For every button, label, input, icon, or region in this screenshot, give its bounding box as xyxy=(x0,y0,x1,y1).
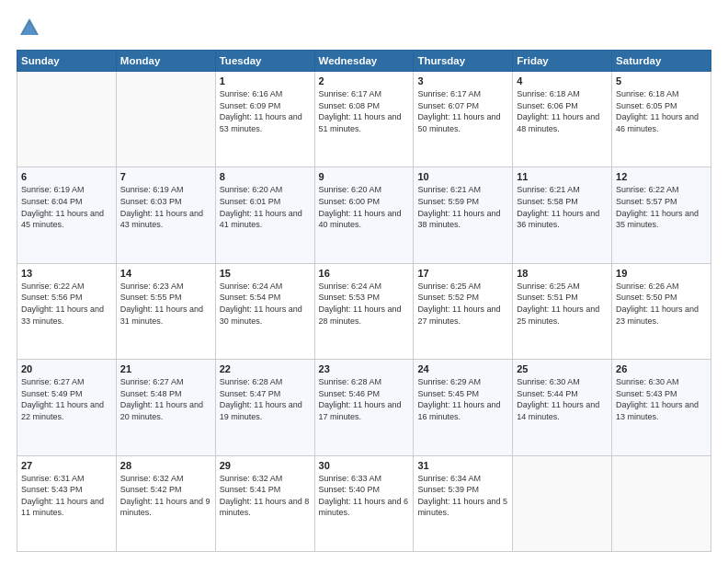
day-number: 7 xyxy=(120,171,211,182)
day-info: Sunrise: 6:24 AM Sunset: 5:53 PM Dayligh… xyxy=(319,281,410,327)
day-cell: 21Sunrise: 6:27 AM Sunset: 5:48 PM Dayli… xyxy=(116,360,215,455)
logo xyxy=(17,15,46,40)
day-cell xyxy=(17,72,117,167)
week-row-3: 13Sunrise: 6:22 AM Sunset: 5:56 PM Dayli… xyxy=(17,263,711,359)
day-number: 22 xyxy=(220,363,311,374)
day-info: Sunrise: 6:21 AM Sunset: 5:59 PM Dayligh… xyxy=(417,184,508,230)
day-cell: 7Sunrise: 6:19 AM Sunset: 6:03 PM Daylig… xyxy=(116,167,215,263)
day-info: Sunrise: 6:18 AM Sunset: 6:06 PM Dayligh… xyxy=(517,88,608,134)
day-info: Sunrise: 6:17 AM Sunset: 6:08 PM Dayligh… xyxy=(319,88,410,134)
day-number: 20 xyxy=(21,363,112,374)
day-number: 12 xyxy=(616,171,707,182)
day-number: 5 xyxy=(616,75,707,86)
day-info: Sunrise: 6:20 AM Sunset: 6:01 PM Dayligh… xyxy=(220,184,311,230)
day-info: Sunrise: 6:25 AM Sunset: 5:52 PM Dayligh… xyxy=(417,281,508,327)
day-info: Sunrise: 6:28 AM Sunset: 5:46 PM Dayligh… xyxy=(319,376,410,422)
weekday-tuesday: Tuesday xyxy=(215,51,314,72)
weekday-saturday: Saturday xyxy=(612,51,711,72)
day-cell: 25Sunrise: 6:30 AM Sunset: 5:44 PM Dayli… xyxy=(513,360,612,455)
weekday-friday: Friday xyxy=(513,51,612,72)
header xyxy=(17,15,711,40)
day-info: Sunrise: 6:32 AM Sunset: 5:41 PM Dayligh… xyxy=(220,473,311,519)
day-cell: 15Sunrise: 6:24 AM Sunset: 5:54 PM Dayli… xyxy=(215,263,314,359)
week-row-2: 6Sunrise: 6:19 AM Sunset: 6:04 PM Daylig… xyxy=(17,167,711,263)
weekday-header-row: SundayMondayTuesdayWednesdayThursdayFrid… xyxy=(17,51,711,72)
day-cell xyxy=(116,72,215,167)
day-info: Sunrise: 6:27 AM Sunset: 5:49 PM Dayligh… xyxy=(21,376,112,422)
day-number: 9 xyxy=(319,171,410,182)
day-number: 15 xyxy=(220,268,311,279)
day-info: Sunrise: 6:16 AM Sunset: 6:09 PM Dayligh… xyxy=(220,88,311,134)
day-number: 10 xyxy=(417,171,508,182)
day-cell xyxy=(612,455,711,551)
day-cell: 11Sunrise: 6:21 AM Sunset: 5:58 PM Dayli… xyxy=(513,167,612,263)
day-cell: 9Sunrise: 6:20 AM Sunset: 6:00 PM Daylig… xyxy=(314,167,414,263)
day-cell: 8Sunrise: 6:20 AM Sunset: 6:01 PM Daylig… xyxy=(215,167,314,263)
day-info: Sunrise: 6:31 AM Sunset: 5:43 PM Dayligh… xyxy=(21,473,112,519)
logo-icon xyxy=(17,15,42,40)
day-info: Sunrise: 6:32 AM Sunset: 5:42 PM Dayligh… xyxy=(120,473,211,519)
day-number: 13 xyxy=(21,268,112,279)
day-number: 6 xyxy=(21,171,112,182)
day-cell: 18Sunrise: 6:25 AM Sunset: 5:51 PM Dayli… xyxy=(513,263,612,359)
week-row-4: 20Sunrise: 6:27 AM Sunset: 5:49 PM Dayli… xyxy=(17,360,711,455)
day-number: 3 xyxy=(417,75,508,86)
day-cell: 17Sunrise: 6:25 AM Sunset: 5:52 PM Dayli… xyxy=(414,263,513,359)
day-cell: 20Sunrise: 6:27 AM Sunset: 5:49 PM Dayli… xyxy=(17,360,117,455)
day-info: Sunrise: 6:18 AM Sunset: 6:05 PM Dayligh… xyxy=(616,88,707,134)
weekday-wednesday: Wednesday xyxy=(314,51,414,72)
day-number: 2 xyxy=(319,75,410,86)
day-info: Sunrise: 6:24 AM Sunset: 5:54 PM Dayligh… xyxy=(220,281,311,327)
day-cell: 6Sunrise: 6:19 AM Sunset: 6:04 PM Daylig… xyxy=(17,167,117,263)
day-info: Sunrise: 6:27 AM Sunset: 5:48 PM Dayligh… xyxy=(120,376,211,422)
day-cell: 29Sunrise: 6:32 AM Sunset: 5:41 PM Dayli… xyxy=(215,455,314,551)
day-info: Sunrise: 6:23 AM Sunset: 5:55 PM Dayligh… xyxy=(120,281,211,327)
day-info: Sunrise: 6:22 AM Sunset: 5:57 PM Dayligh… xyxy=(616,184,707,230)
day-cell: 14Sunrise: 6:23 AM Sunset: 5:55 PM Dayli… xyxy=(116,263,215,359)
day-cell xyxy=(513,455,612,551)
day-info: Sunrise: 6:19 AM Sunset: 6:04 PM Dayligh… xyxy=(21,184,112,230)
day-cell: 5Sunrise: 6:18 AM Sunset: 6:05 PM Daylig… xyxy=(612,72,711,167)
day-number: 31 xyxy=(417,460,508,471)
week-row-1: 1Sunrise: 6:16 AM Sunset: 6:09 PM Daylig… xyxy=(17,72,711,167)
day-cell: 16Sunrise: 6:24 AM Sunset: 5:53 PM Dayli… xyxy=(314,263,414,359)
day-number: 23 xyxy=(319,363,410,374)
day-number: 27 xyxy=(21,460,112,471)
day-number: 17 xyxy=(417,268,508,279)
day-info: Sunrise: 6:25 AM Sunset: 5:51 PM Dayligh… xyxy=(517,281,608,327)
day-cell: 1Sunrise: 6:16 AM Sunset: 6:09 PM Daylig… xyxy=(215,72,314,167)
day-number: 25 xyxy=(517,363,608,374)
day-info: Sunrise: 6:17 AM Sunset: 6:07 PM Dayligh… xyxy=(417,88,508,134)
day-number: 14 xyxy=(120,268,211,279)
day-cell: 28Sunrise: 6:32 AM Sunset: 5:42 PM Dayli… xyxy=(116,455,215,551)
day-number: 16 xyxy=(319,268,410,279)
day-number: 30 xyxy=(319,460,410,471)
day-cell: 2Sunrise: 6:17 AM Sunset: 6:08 PM Daylig… xyxy=(314,72,414,167)
day-cell: 30Sunrise: 6:33 AM Sunset: 5:40 PM Dayli… xyxy=(314,455,414,551)
day-number: 18 xyxy=(517,268,608,279)
day-number: 26 xyxy=(616,363,707,374)
day-number: 29 xyxy=(220,460,311,471)
day-info: Sunrise: 6:33 AM Sunset: 5:40 PM Dayligh… xyxy=(319,473,410,519)
day-number: 4 xyxy=(517,75,608,86)
day-info: Sunrise: 6:21 AM Sunset: 5:58 PM Dayligh… xyxy=(517,184,608,230)
day-cell: 26Sunrise: 6:30 AM Sunset: 5:43 PM Dayli… xyxy=(612,360,711,455)
week-row-5: 27Sunrise: 6:31 AM Sunset: 5:43 PM Dayli… xyxy=(17,455,711,551)
day-cell: 24Sunrise: 6:29 AM Sunset: 5:45 PM Dayli… xyxy=(414,360,513,455)
day-cell: 27Sunrise: 6:31 AM Sunset: 5:43 PM Dayli… xyxy=(17,455,117,551)
day-number: 19 xyxy=(616,268,707,279)
calendar-page: SundayMondayTuesdayWednesdayThursdayFrid… xyxy=(0,0,728,563)
day-info: Sunrise: 6:26 AM Sunset: 5:50 PM Dayligh… xyxy=(616,281,707,327)
weekday-sunday: Sunday xyxy=(17,51,117,72)
day-info: Sunrise: 6:22 AM Sunset: 5:56 PM Dayligh… xyxy=(21,281,112,327)
day-info: Sunrise: 6:30 AM Sunset: 5:44 PM Dayligh… xyxy=(517,376,608,422)
weekday-thursday: Thursday xyxy=(414,51,513,72)
day-cell: 10Sunrise: 6:21 AM Sunset: 5:59 PM Dayli… xyxy=(414,167,513,263)
day-cell: 12Sunrise: 6:22 AM Sunset: 5:57 PM Dayli… xyxy=(612,167,711,263)
day-cell: 22Sunrise: 6:28 AM Sunset: 5:47 PM Dayli… xyxy=(215,360,314,455)
day-info: Sunrise: 6:28 AM Sunset: 5:47 PM Dayligh… xyxy=(220,376,311,422)
day-cell: 3Sunrise: 6:17 AM Sunset: 6:07 PM Daylig… xyxy=(414,72,513,167)
day-info: Sunrise: 6:29 AM Sunset: 5:45 PM Dayligh… xyxy=(417,376,508,422)
day-number: 28 xyxy=(120,460,211,471)
weekday-monday: Monday xyxy=(116,51,215,72)
